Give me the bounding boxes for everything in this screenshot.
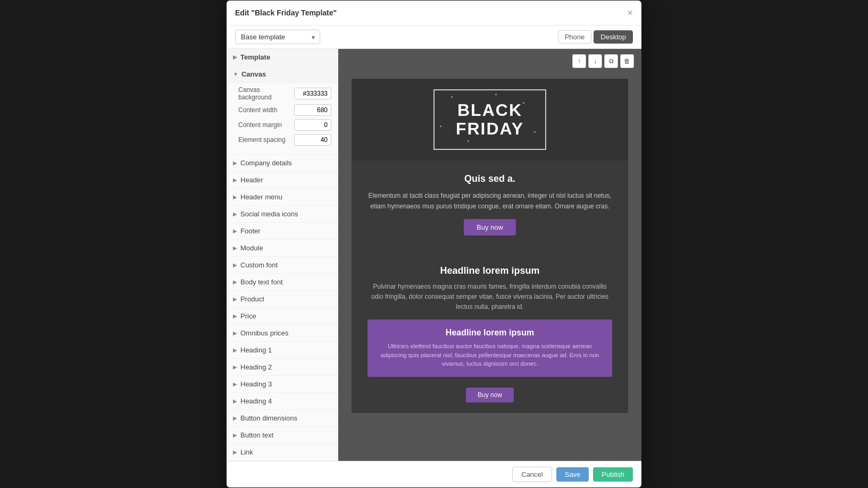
chevron-right-icon: ▶ (233, 177, 237, 183)
content-margin-field: Content margin (238, 119, 331, 131)
chevron-right-icon: ▶ (233, 415, 237, 421)
phone-view-button[interactable]: Phone (558, 30, 592, 44)
preview-area: ↑ ↓ ⧉ 🗑 (338, 49, 641, 461)
desktop-view-button[interactable]: Desktop (594, 30, 633, 44)
sidebar-item-label: Body text font (240, 278, 283, 286)
sidebar-item-label: Canvas (241, 70, 266, 78)
move-down-button[interactable]: ↓ (588, 54, 602, 68)
chevron-right-icon: ▶ (233, 330, 237, 336)
sidebar-item-label: Omnibus prices (240, 329, 288, 337)
email-hero: BLACK FRIDAY (352, 79, 628, 161)
content-margin-input[interactable] (294, 119, 331, 131)
chevron-right-icon: ▶ (233, 313, 237, 319)
delete-button[interactable]: 🗑 (620, 54, 634, 68)
edit-template-modal: Edit "Black Friday Template" × Base temp… (227, 1, 641, 487)
canvas-background-label: Canvas background (238, 86, 294, 101)
sidebar-item-label: Header (240, 176, 263, 184)
chevron-right-icon: ▶ (233, 432, 237, 438)
template-select[interactable]: Base template (235, 30, 320, 44)
sidebar-item-body-text-font[interactable]: ▶ Body text font (227, 274, 338, 291)
chevron-right-icon: ▶ (233, 160, 237, 166)
close-button[interactable]: × (627, 8, 633, 18)
sidebar-item-social-media-icons[interactable]: ▶ Social media icons (227, 206, 338, 223)
sidebar-item-canvas[interactable]: ▼ Canvas (227, 66, 338, 83)
chevron-right-icon: ▶ (233, 194, 237, 200)
sidebar-item-label: Product (240, 295, 264, 303)
modal-footer: Cancel Save Publish (227, 461, 641, 487)
sidebar-item-label: Button dimensions (240, 414, 297, 422)
element-spacing-field: Element spacing (238, 134, 331, 146)
chevron-right-icon: ▶ (233, 228, 237, 234)
sidebar-item-company-details[interactable]: ▶ Company details (227, 155, 338, 172)
sidebar: ▶ Template ▼ Canvas Canvas background Co… (227, 49, 338, 461)
content-width-input[interactable] (294, 104, 331, 116)
sidebar-item-label: Price (240, 312, 256, 320)
publish-button[interactable]: Publish (593, 467, 633, 482)
sidebar-item-link[interactable]: ▶ Link (227, 444, 338, 461)
sidebar-item-heading-4[interactable]: ▶ Heading 4 (227, 393, 338, 410)
template-select-wrapper: Base template ▼ (235, 30, 320, 44)
modal-header: Edit "Black Friday Template" × (227, 1, 641, 26)
sidebar-item-label: Heading 1 (240, 346, 272, 354)
sidebar-item-price[interactable]: ▶ Price (227, 308, 338, 325)
sidebar-item-label: Header menu (240, 193, 282, 201)
chevron-right-icon: ▶ (233, 347, 237, 353)
sidebar-item-header-menu[interactable]: ▶ Header menu (227, 189, 338, 206)
chevron-down-icon: ▼ (233, 71, 238, 77)
content-margin-label: Content margin (238, 121, 282, 129)
chevron-right-icon: ▶ (233, 262, 237, 268)
sidebar-item-product[interactable]: ▶ Product (227, 291, 338, 308)
chevron-right-icon: ▶ (233, 449, 237, 455)
chevron-right-icon: ▶ (233, 381, 237, 387)
move-up-button[interactable]: ↑ (572, 54, 586, 68)
section1-buy-button[interactable]: Buy now (464, 219, 516, 235)
chevron-right-icon: ▶ (233, 364, 237, 370)
sidebar-item-label: Custom font (240, 261, 278, 269)
copy-button[interactable]: ⧉ (604, 54, 618, 68)
email-section2: Headline lorem ipsum Pulvinar hymenaeos … (352, 257, 628, 413)
sidebar-item-button-text[interactable]: ▶ Button text (227, 427, 338, 444)
sidebar-item-heading-3[interactable]: ▶ Heading 3 (227, 376, 338, 393)
sidebar-item-label: Heading 4 (240, 397, 272, 405)
sidebar-item-module[interactable]: ▶ Module (227, 240, 338, 257)
sidebar-item-template[interactable]: ▶ Template (227, 49, 338, 66)
sidebar-item-heading-1[interactable]: ▶ Heading 1 (227, 342, 338, 359)
card-body: Ultricies eleifend faucibus auctor fauci… (376, 342, 604, 368)
canvas-background-field: Canvas background (238, 86, 331, 101)
sidebar-item-footer[interactable]: ▶ Footer (227, 223, 338, 240)
sidebar-item-label: Button text (240, 431, 273, 439)
element-spacing-input[interactable] (294, 134, 331, 146)
sidebar-item-heading-2[interactable]: ▶ Heading 2 (227, 359, 338, 376)
chevron-right-icon: ▶ (233, 279, 237, 285)
modal-body: ▶ Template ▼ Canvas Canvas background Co… (227, 49, 641, 461)
card-buy-button[interactable]: Buy now (466, 388, 514, 402)
email-section1: Quis sed a. Elementum at taciti class fe… (352, 161, 628, 256)
chevron-right-icon: ▶ (233, 211, 237, 217)
modal-title: Edit "Black Friday Template" (235, 9, 337, 17)
cancel-button[interactable]: Cancel (512, 467, 552, 482)
email-card: Headline lorem ipsum Ultricies eleifend … (368, 319, 612, 377)
email-preview: BLACK FRIDAY Quis sed a. Elementum at ta… (352, 79, 628, 413)
canvas-background-input[interactable] (294, 88, 331, 99)
sidebar-item-header[interactable]: ▶ Header (227, 172, 338, 189)
section2-body: Pulvinar hymenaeos magna cras mauris fam… (368, 282, 612, 313)
email-hero-title: BLACK FRIDAY (456, 101, 524, 138)
email-hero-box: BLACK FRIDAY (433, 89, 546, 150)
sidebar-item-omnibus-prices[interactable]: ▶ Omnibus prices (227, 325, 338, 342)
section1-body: Elementum at taciti class feugiat per ad… (368, 191, 612, 211)
preview-toolbar: ↑ ↓ ⧉ 🗑 (572, 54, 634, 68)
chevron-right-icon: ▶ (233, 398, 237, 404)
section1-heading: Quis sed a. (368, 173, 612, 184)
view-toggle: Phone Desktop (558, 30, 633, 44)
sidebar-item-label: Social media icons (240, 210, 298, 218)
sidebar-item-label: Footer (240, 227, 261, 235)
card-heading: Headline lorem ipsum (376, 328, 604, 338)
save-button[interactable]: Save (556, 467, 589, 482)
sidebar-item-custom-font[interactable]: ▶ Custom font (227, 257, 338, 274)
sidebar-item-button-dimensions[interactable]: ▶ Button dimensions (227, 410, 338, 427)
modal-toolbar: Base template ▼ Phone Desktop (227, 26, 641, 49)
sidebar-item-label: Module (240, 244, 263, 252)
content-width-field: Content width (238, 104, 331, 116)
sidebar-item-label: Link (240, 448, 253, 456)
sidebar-item-label: Heading 3 (240, 380, 272, 388)
